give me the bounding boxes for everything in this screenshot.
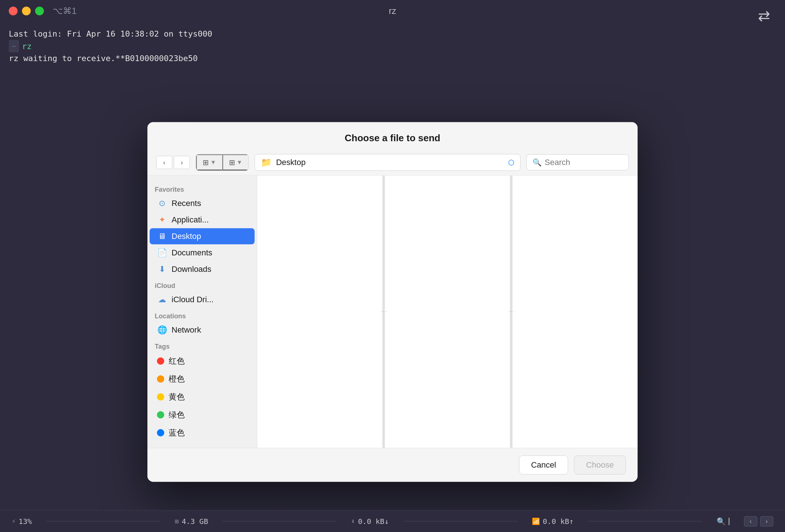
prompt-cmd: rz [22,40,32,52]
file-chooser-modal: Choose a file to send ‹ › ⊞ ▼ ⊞ ▼ 📁 Desk… [147,122,638,482]
search-status-icon: 🔍 [717,517,726,526]
terminal-content: Last login: Fri Apr 16 10:38:02 on ttys0… [0,22,785,70]
maximize-button[interactable] [35,7,44,15]
sidebar-item-recents[interactable]: ⊙ Recents [150,195,255,211]
resize-dots-2: ⋮ [508,309,515,315]
resize-dots-1: ⋮ [380,309,387,315]
upload-value: 0.0 kB↑ [543,517,574,526]
tag-red-dot [157,357,164,365]
location-text: Desktop [276,158,504,167]
nav-buttons: ‹ › [156,156,190,169]
upload-icon: 📶 [532,517,540,525]
file-column-3 [512,176,638,448]
choose-button[interactable]: Choose [574,456,626,475]
sidebar-item-applications[interactable]: ✦ Applicati... [150,212,255,228]
minimize-button[interactable] [22,7,31,15]
status-prev-button[interactable]: ‹ [744,516,757,527]
modal-title: Choose a file to send [147,122,638,150]
storage-icon: ⊞ [175,517,179,525]
terminal-titlebar: ⌥⌘1 rz ⇄ [0,0,785,22]
grid-view-chevron: ▼ [237,159,243,166]
tags-section-title: Tags [147,338,257,352]
sidebar-item-network-label: Network [172,325,201,335]
folder-icon: 📁 [261,157,272,168]
status-cursor [729,518,729,525]
battery-status: ⚡ 13% [12,517,32,526]
cancel-button[interactable]: Cancel [519,456,568,475]
sidebar-item-tag-blue[interactable]: 蓝色 [150,424,255,442]
column-view-button[interactable]: ⊞ ▼ [196,154,222,171]
terminal-shortcut: ⌥⌘1 [53,6,76,16]
column-view-icon: ⊞ [203,158,209,167]
traffic-lights [9,7,44,15]
resize-handle-1[interactable]: ⋮ [383,176,385,448]
terminal-waiting-line: rz waiting to receive.**B0100000023be50 [9,52,776,64]
transfer-icon: ⇄ [758,7,770,24]
tag-blue-label: 蓝色 [169,427,185,438]
modal-footer: Cancel Choose [147,448,638,482]
battery-icon: ⚡ [12,517,16,525]
tag-green-dot [157,411,164,419]
sidebar: Favorites ⊙ Recents ✦ Applicati... 🖥 Des… [147,176,257,448]
sidebar-item-tag-red[interactable]: 红色 [150,352,255,370]
location-bar[interactable]: 📁 Desktop ⬡ [255,154,521,171]
sidebar-item-icloud-drive[interactable]: ☁ iCloud Dri... [150,292,255,308]
applications-icon: ✦ [157,215,167,225]
sidebar-item-applications-label: Applicati... [172,215,209,225]
status-nav-buttons: ‹ › [744,516,773,527]
terminal-prompt-line: ~ rz [9,40,776,52]
download-value: 0.0 kB↓ [358,517,389,526]
terminal-login-line: Last login: Fri Apr 16 10:38:02 on ttys0… [9,28,776,40]
sidebar-item-recents-label: Recents [172,199,201,208]
locations-section-title: Locations [147,308,257,322]
resize-handle-2[interactable]: ⋮ [510,176,512,448]
storage-status: ⊞ 4.3 GB [175,517,208,526]
status-input-area: 🔍 [717,517,729,526]
modal-toolbar: ‹ › ⊞ ▼ ⊞ ▼ 📁 Desktop ⬡ 🔍 [147,150,638,176]
sidebar-item-downloads[interactable]: ⬇ Downloads [150,261,255,277]
sidebar-item-desktop-label: Desktop [172,232,201,241]
downloads-icon: ⬇ [157,265,167,274]
sidebar-item-downloads-label: Downloads [172,265,211,274]
tag-yellow-dot [157,393,164,401]
prompt-arrow: ~ [9,40,19,52]
sidebar-item-tag-orange[interactable]: 橙色 [150,370,255,388]
search-input[interactable] [545,158,623,167]
network-icon: 🌐 [157,325,167,335]
status-divider-4 [588,521,702,521]
desktop-icon: 🖥 [157,232,167,241]
sidebar-item-icloud-label: iCloud Dri... [172,295,214,304]
sidebar-item-desktop[interactable]: 🖥 Desktop [150,228,255,244]
terminal-title: rz [389,6,396,16]
grid-view-button[interactable]: ⊞ ▼ [222,154,248,171]
search-icon: 🔍 [533,158,542,167]
tag-green-label: 绿色 [169,409,185,420]
sidebar-item-network[interactable]: 🌐 Network [150,322,255,338]
search-bar[interactable]: 🔍 [526,154,629,171]
icloud-section-title: iCloud [147,278,257,291]
sidebar-item-documents-label: Documents [172,248,212,258]
download-status: ⬇ 0.0 kB↓ [351,517,389,526]
file-column-1 [257,176,383,448]
close-button[interactable] [9,7,18,15]
tag-red-label: 红色 [169,356,185,367]
status-divider-2 [223,521,337,521]
sidebar-item-documents[interactable]: 📄 Documents [150,245,255,261]
sidebar-item-tag-green[interactable]: 绿色 [150,406,255,424]
download-icon: ⬇ [351,517,355,525]
file-area: ⋮ ⋮ [257,176,638,448]
documents-icon: 📄 [157,248,167,258]
sidebar-item-tag-yellow[interactable]: 黄色 [150,388,255,406]
battery-value: 13% [19,517,32,526]
modal-body: Favorites ⊙ Recents ✦ Applicati... 🖥 Des… [147,176,638,448]
forward-button[interactable]: › [174,156,190,169]
grid-view-icon: ⊞ [229,158,235,167]
tag-orange-label: 橙色 [169,374,185,385]
back-button[interactable]: ‹ [156,156,172,169]
column-view-chevron: ▼ [210,159,216,166]
tag-blue-dot [157,429,164,437]
upload-status: 📶 0.0 kB↑ [532,517,574,526]
recents-icon: ⊙ [157,199,167,208]
status-divider-3 [403,521,517,521]
status-next-button[interactable]: › [760,516,773,527]
